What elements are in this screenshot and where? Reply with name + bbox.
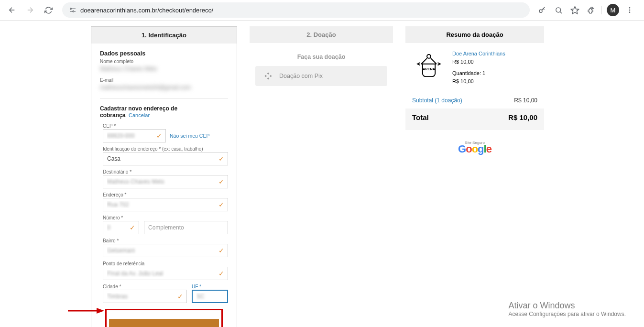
cep-label: CEP * xyxy=(103,123,228,129)
name-label: Nome completo xyxy=(100,59,228,64)
donation-panel: 2. Doação Faça sua doação Doação com Pix xyxy=(250,26,393,327)
check-icon: ✓ xyxy=(218,155,224,163)
svg-point-7 xyxy=(629,11,631,13)
browser-toolbar: doearenacorinthians.com.br/checkout/ende… xyxy=(0,0,644,21)
menu-icon[interactable] xyxy=(624,4,635,16)
pix-icon xyxy=(264,72,273,80)
identification-panel: 1. Identificação Dados pessoais Nome com… xyxy=(91,26,237,327)
svg-point-0 xyxy=(70,8,72,10)
compl-input[interactable] xyxy=(144,221,228,234)
submit-highlight: Cadastrar endereço xyxy=(105,309,223,327)
key-icon[interactable] xyxy=(536,4,548,16)
uf-input[interactable] xyxy=(192,290,228,303)
subtotal-label: Subtotal (1 doação) xyxy=(412,97,462,104)
product-price: R$ 10,00 xyxy=(452,58,505,66)
check-icon: ✓ xyxy=(218,247,224,254)
bairro-input[interactable] xyxy=(103,244,228,257)
product-link[interactable]: Doe Arena Corinthians xyxy=(452,50,505,58)
svg-point-8 xyxy=(427,54,431,58)
num-label: Número * xyxy=(103,215,139,220)
ident-label: Identificação do endereço * (ex: casa, t… xyxy=(103,146,228,152)
ref-input[interactable] xyxy=(103,267,228,280)
site-settings-icon[interactable] xyxy=(69,6,76,14)
product-row: ARENA Doe Arena Corinthians R$ 10,00 Qua… xyxy=(405,43,544,92)
subtotal-value: R$ 10,00 xyxy=(514,97,537,104)
step2-subtitle: Faça sua doação xyxy=(250,43,393,66)
svg-marker-11 xyxy=(97,308,104,314)
dest-label: Destinatário * xyxy=(103,169,228,174)
qty-price: R$ 10,00 xyxy=(452,77,505,86)
svg-point-1 xyxy=(73,11,74,12)
product-image: ARENA xyxy=(412,50,446,83)
cancel-link[interactable]: Cancelar xyxy=(129,112,150,118)
personal-heading: Dados pessoais xyxy=(100,50,228,57)
email-label: E-mail xyxy=(100,77,228,83)
addr-input[interactable] xyxy=(103,198,228,211)
name-value: Matheus Chaves Melo xyxy=(100,65,157,72)
uf-label: UF * xyxy=(192,284,228,289)
city-label: Cidade * xyxy=(103,284,187,289)
pix-label: Doação com Pix xyxy=(279,73,323,79)
bairro-label: Bairro * xyxy=(103,238,228,243)
check-icon: ✓ xyxy=(130,224,135,231)
profile-avatar[interactable]: M xyxy=(607,4,619,16)
address-bar[interactable]: doearenacorinthians.com.br/checkout/ende… xyxy=(62,2,530,18)
total-row: Total R$ 10,00 xyxy=(405,109,544,130)
windows-watermark: Ativar o Windows Acesse Configurações pa… xyxy=(509,301,626,317)
register-address-button[interactable]: Cadastrar endereço xyxy=(109,319,219,327)
check-icon: ✓ xyxy=(218,201,224,208)
back-button[interactable] xyxy=(5,3,19,17)
extensions-icon[interactable] xyxy=(585,4,597,16)
ref-label: Ponto de referência xyxy=(103,261,228,266)
url-text: doearenacorinthians.com.br/checkout/ende… xyxy=(80,7,523,14)
summary-panel: Resumo da doação ARENA Doe Arena Corinth… xyxy=(405,26,544,327)
address-heading: Cadastrar novo endereço de cobrança Canc… xyxy=(100,105,228,119)
check-icon: ✓ xyxy=(156,132,162,140)
check-icon: ✓ xyxy=(218,178,224,185)
svg-point-6 xyxy=(629,10,631,11)
addr-label: Endereço * xyxy=(103,192,228,197)
reload-button[interactable] xyxy=(41,3,55,17)
check-icon: ✓ xyxy=(218,270,224,277)
dest-input[interactable] xyxy=(103,175,228,188)
svg-text:ARENA: ARENA xyxy=(423,67,436,71)
svg-marker-4 xyxy=(571,6,579,13)
summary-header: Resumo da doação xyxy=(405,26,544,43)
annotation-arrow-icon xyxy=(68,306,106,316)
step2-header: 2. Doação xyxy=(250,26,393,43)
total-label: Total xyxy=(412,113,429,121)
qty-label: Quantidade: 1 xyxy=(452,69,505,77)
forward-button[interactable] xyxy=(23,3,37,17)
cep-help-link[interactable]: Não sei meu CEP xyxy=(170,133,209,139)
total-value: R$ 10,00 xyxy=(508,113,537,121)
email-value: matheuschavesmelo04@gmail.com xyxy=(100,84,191,91)
ident-input[interactable] xyxy=(103,152,228,165)
subtotal-row: Subtotal (1 doação) R$ 10,00 xyxy=(405,92,544,109)
check-icon: ✓ xyxy=(177,293,183,300)
zoom-icon[interactable] xyxy=(553,4,564,16)
svg-point-3 xyxy=(556,7,560,12)
star-icon[interactable] xyxy=(569,4,580,16)
step1-header: 1. Identificação xyxy=(91,27,237,44)
city-input[interactable] xyxy=(103,290,187,303)
svg-point-5 xyxy=(629,7,631,9)
google-safe-badge: Site Seguro Google xyxy=(405,141,544,155)
pix-option: Doação com Pix xyxy=(255,66,387,86)
